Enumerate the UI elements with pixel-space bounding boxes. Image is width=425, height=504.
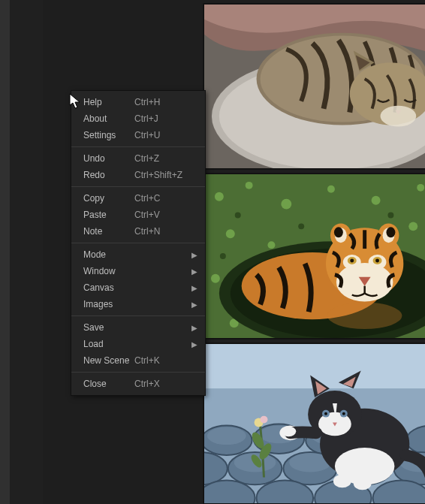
menu-item-label: Redo xyxy=(83,170,134,180)
svg-point-86 xyxy=(342,412,345,415)
tiger-illustration xyxy=(204,174,425,338)
context-menu: HelpCtrl+HAboutCtrl+JSettingsCtrl+UUndoC… xyxy=(71,90,206,396)
menu-item-note[interactable]: NoteCtrl+N xyxy=(71,223,205,240)
chevron-right-icon: ▶ xyxy=(191,300,197,309)
menu-item-canvas[interactable]: Canvas▶ xyxy=(71,279,205,296)
chevron-right-icon: ▶ xyxy=(191,324,197,332)
menu-item-redo[interactable]: RedoCtrl+Shift+Z xyxy=(71,167,205,183)
menu-item-label: Undo xyxy=(83,153,134,164)
svg-point-20 xyxy=(408,222,417,231)
menu-item-shortcut: Ctrl+X xyxy=(134,379,197,389)
menu-item-shortcut: Ctrl+V xyxy=(134,210,197,220)
menu-item-paste[interactable]: PasteCtrl+V xyxy=(71,207,205,223)
menu-item-label: Load xyxy=(83,339,134,349)
svg-point-10 xyxy=(246,182,253,189)
svg-point-40 xyxy=(334,227,343,237)
thumbnail-kitten-on-cobblestone[interactable] xyxy=(203,343,425,504)
menu-item-label: Mode xyxy=(83,249,134,260)
menu-item-label: Help xyxy=(83,97,134,107)
svg-point-90 xyxy=(354,477,372,490)
menu-item-shortcut: Ctrl+K xyxy=(134,355,197,366)
thumbnail-sleeping-tabby-cat[interactable] xyxy=(203,4,425,169)
svg-point-6 xyxy=(381,106,417,127)
svg-point-27 xyxy=(298,223,304,229)
svg-point-49 xyxy=(327,302,402,329)
svg-point-89 xyxy=(333,475,351,488)
thumbnail-tiger-in-water[interactable] xyxy=(203,174,425,339)
svg-point-78 xyxy=(261,416,268,424)
menu-separator xyxy=(71,186,205,187)
svg-point-41 xyxy=(386,227,395,237)
menu-item-undo[interactable]: UndoCtrl+Z xyxy=(71,150,205,167)
menu-item-label: Paste xyxy=(83,210,134,220)
menu-item-label: Note xyxy=(83,226,134,237)
svg-point-16 xyxy=(267,241,275,249)
menu-item-label: Settings xyxy=(83,130,134,140)
svg-point-14 xyxy=(417,184,424,192)
menu-separator xyxy=(71,243,205,243)
menu-separator xyxy=(71,146,205,147)
chevron-right-icon: ▶ xyxy=(191,251,197,259)
sidebar xyxy=(10,0,43,504)
svg-point-15 xyxy=(226,229,235,238)
menu-item-close[interactable]: CloseCtrl+X xyxy=(71,376,205,392)
menu-item-shortcut: Ctrl+H xyxy=(134,97,197,107)
menu-item-label: Close xyxy=(83,379,134,389)
svg-point-85 xyxy=(324,412,327,415)
svg-point-88 xyxy=(281,426,296,436)
svg-point-29 xyxy=(220,253,226,259)
menu-item-shortcut: Ctrl+N xyxy=(134,226,197,237)
menu-item-shortcut: Ctrl+C xyxy=(134,193,197,204)
menu-item-shortcut: Ctrl+J xyxy=(134,113,197,124)
menu-item-help[interactable]: HelpCtrl+H xyxy=(71,94,205,110)
svg-point-47 xyxy=(350,258,354,262)
panel-drag-edge[interactable] xyxy=(0,0,10,504)
svg-point-28 xyxy=(387,213,393,219)
svg-point-17 xyxy=(211,274,220,283)
menu-item-about[interactable]: AboutCtrl+J xyxy=(71,110,205,127)
chevron-right-icon: ▶ xyxy=(191,267,197,276)
chevron-right-icon: ▶ xyxy=(191,284,197,292)
svg-point-48 xyxy=(375,258,379,262)
menu-item-label: New Scene xyxy=(83,355,134,366)
menu-item-label: Copy xyxy=(83,193,134,204)
svg-point-26 xyxy=(235,213,241,219)
menu-item-shortcut: Ctrl+U xyxy=(134,130,197,140)
menu-item-label: Window xyxy=(83,266,134,276)
menu-item-settings[interactable]: SettingsCtrl+U xyxy=(71,127,205,143)
menu-item-mode[interactable]: Mode▶ xyxy=(71,246,205,263)
svg-point-13 xyxy=(372,196,381,205)
menu-item-copy[interactable]: CopyCtrl+C xyxy=(71,190,205,207)
sleeping-cat-illustration xyxy=(204,5,425,168)
menu-item-images[interactable]: Images▶ xyxy=(71,296,205,312)
menu-item-shortcut: Ctrl+Shift+Z xyxy=(134,170,197,180)
svg-point-12 xyxy=(327,186,335,193)
menu-separator xyxy=(71,372,205,373)
chevron-right-icon: ▶ xyxy=(191,340,197,349)
menu-item-label: Canvas xyxy=(83,282,134,293)
menu-item-save[interactable]: Save▶ xyxy=(71,319,205,336)
svg-point-66 xyxy=(207,427,246,445)
menu-separator xyxy=(71,315,205,316)
menu-item-load[interactable]: Load▶ xyxy=(71,336,205,352)
menu-item-label: About xyxy=(83,113,134,124)
menu-item-shortcut: Ctrl+Z xyxy=(134,153,197,164)
kitten-illustration xyxy=(204,344,425,503)
menu-item-window[interactable]: Window▶ xyxy=(71,263,205,279)
menu-item-label: Save xyxy=(83,322,134,333)
menu-item-label: Images xyxy=(83,299,134,309)
menu-item-new-scene[interactable]: New SceneCtrl+K xyxy=(71,352,205,369)
svg-point-9 xyxy=(215,192,224,201)
svg-point-11 xyxy=(281,199,291,210)
